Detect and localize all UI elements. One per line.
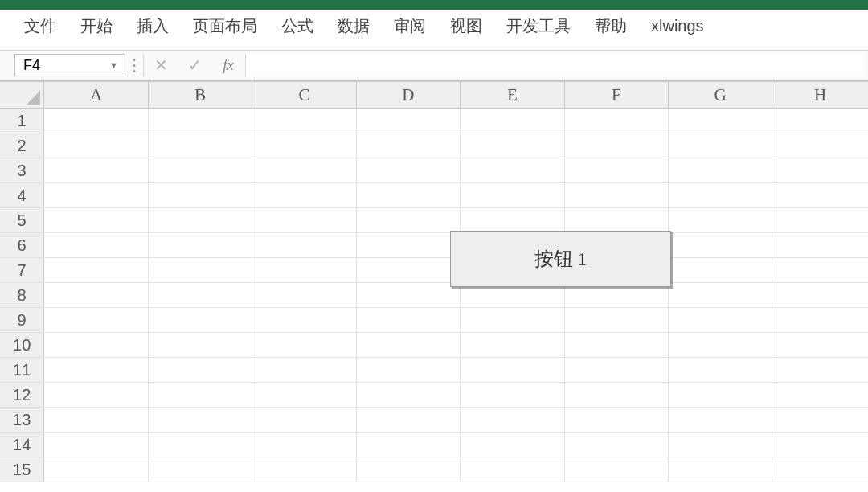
row-header[interactable]: 10 — [0, 333, 44, 357]
cell[interactable] — [461, 109, 564, 133]
cell[interactable] — [772, 258, 868, 282]
cell[interactable] — [565, 408, 669, 432]
cell[interactable] — [357, 208, 461, 232]
cell[interactable] — [772, 283, 868, 307]
ribbon-tab-layout[interactable]: 页面布局 — [193, 15, 257, 37]
col-header-H[interactable]: H — [772, 82, 868, 108]
cell[interactable] — [565, 383, 669, 407]
cell[interactable] — [772, 457, 868, 482]
cell[interactable] — [357, 233, 461, 257]
cell[interactable] — [357, 258, 461, 282]
cell[interactable] — [252, 233, 356, 257]
cell[interactable] — [149, 258, 252, 282]
col-header-F[interactable]: F — [565, 82, 669, 108]
row-header[interactable]: 1 — [0, 109, 44, 133]
cell[interactable] — [252, 308, 356, 332]
form-button-1[interactable]: 按钮 1 — [450, 231, 671, 287]
row-header[interactable]: 15 — [0, 457, 44, 482]
ribbon-tab-help[interactable]: 帮助 — [595, 15, 627, 37]
cell[interactable] — [149, 183, 252, 207]
row-header[interactable]: 12 — [0, 383, 44, 407]
cell[interactable] — [252, 457, 356, 482]
cell[interactable] — [357, 383, 461, 407]
cell[interactable] — [772, 333, 868, 357]
cell[interactable] — [669, 283, 772, 307]
ribbon-tab-data[interactable]: 数据 — [338, 15, 370, 37]
cell[interactable] — [565, 109, 669, 133]
cell[interactable] — [357, 158, 461, 182]
select-all-triangle-icon[interactable] — [0, 82, 44, 108]
formula-input[interactable] — [246, 54, 865, 76]
cell[interactable] — [44, 333, 148, 357]
cell[interactable] — [669, 208, 772, 232]
cell[interactable] — [357, 433, 461, 457]
cell[interactable] — [772, 433, 868, 457]
row-header[interactable]: 6 — [0, 233, 44, 257]
cell[interactable] — [252, 408, 356, 432]
cell[interactable] — [252, 183, 356, 207]
cell[interactable] — [252, 358, 356, 382]
cell[interactable] — [669, 183, 772, 207]
cell[interactable] — [669, 408, 772, 432]
cell[interactable] — [149, 358, 252, 382]
cell[interactable] — [252, 158, 356, 182]
cell[interactable] — [565, 208, 669, 232]
row-header[interactable]: 7 — [0, 258, 44, 282]
col-header-D[interactable]: D — [357, 82, 461, 108]
cell[interactable] — [669, 383, 772, 407]
cell[interactable] — [461, 408, 564, 432]
cell[interactable] — [44, 233, 148, 257]
cell[interactable] — [44, 133, 148, 158]
cell[interactable] — [772, 158, 868, 182]
ribbon-tab-file[interactable]: 文件 — [24, 15, 56, 37]
worksheet-grid[interactable]: A B C D E F G H 123456789101112131415 按钮… — [0, 80, 868, 482]
cell[interactable] — [357, 457, 461, 482]
ribbon-tab-xlwings[interactable]: xlwings — [651, 17, 704, 35]
cell[interactable] — [461, 433, 564, 457]
cell[interactable] — [357, 408, 461, 432]
cell[interactable] — [772, 183, 868, 207]
cell[interactable] — [149, 457, 252, 482]
confirm-icon[interactable]: ✓ — [178, 51, 211, 80]
cell[interactable] — [252, 258, 356, 282]
cell[interactable] — [461, 457, 564, 482]
cell[interactable] — [772, 358, 868, 382]
cell[interactable] — [44, 408, 148, 432]
cell[interactable] — [461, 183, 564, 207]
cell[interactable] — [565, 433, 669, 457]
row-header[interactable]: 11 — [0, 358, 44, 382]
cell[interactable] — [669, 233, 772, 257]
col-header-B[interactable]: B — [149, 82, 252, 108]
cell[interactable] — [149, 433, 252, 457]
cell[interactable] — [252, 433, 356, 457]
cell[interactable] — [669, 258, 772, 282]
cell[interactable] — [44, 208, 148, 232]
row-header[interactable]: 13 — [0, 408, 44, 432]
cell[interactable] — [357, 109, 461, 133]
cell[interactable] — [669, 457, 772, 482]
cell[interactable] — [149, 408, 252, 432]
cell[interactable] — [461, 158, 564, 182]
cell[interactable] — [669, 308, 772, 332]
cell[interactable] — [44, 433, 148, 457]
cell[interactable] — [252, 109, 356, 133]
cell[interactable] — [357, 308, 461, 332]
insert-function-icon[interactable]: fx — [211, 51, 245, 80]
col-header-A[interactable]: A — [44, 82, 148, 108]
cell[interactable] — [252, 208, 356, 232]
cell[interactable] — [772, 208, 868, 232]
cell[interactable] — [565, 457, 669, 482]
cell[interactable] — [772, 383, 868, 407]
cell[interactable] — [149, 283, 252, 307]
cell[interactable] — [565, 133, 669, 158]
cell[interactable] — [357, 183, 461, 207]
row-header[interactable]: 8 — [0, 283, 44, 307]
cell[interactable] — [252, 133, 356, 158]
cell[interactable] — [149, 158, 252, 182]
cell[interactable] — [149, 133, 252, 158]
cell[interactable] — [357, 283, 461, 307]
cell[interactable] — [461, 333, 564, 357]
cell[interactable] — [357, 358, 461, 382]
cell[interactable] — [44, 457, 148, 482]
cell[interactable] — [461, 208, 564, 232]
